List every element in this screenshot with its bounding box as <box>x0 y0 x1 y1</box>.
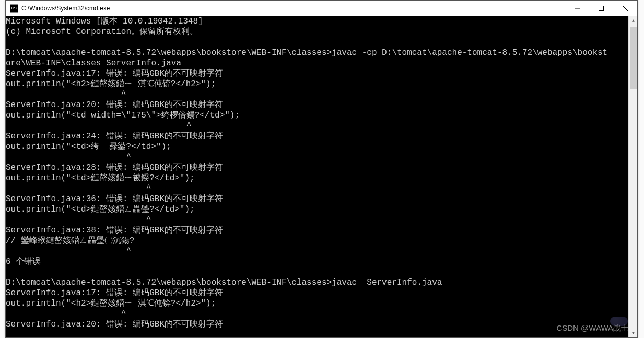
right-background-strip <box>638 0 644 338</box>
window-controls <box>565 1 637 16</box>
cmd-icon-text: C:\ <box>11 6 17 10</box>
console-wrap: Microsoft Windows [版本 10.0.19042.1348] (… <box>6 16 637 337</box>
cmd-icon: C:\ <box>10 4 18 13</box>
console-output[interactable]: Microsoft Windows [版本 10.0.19042.1348] (… <box>6 16 628 337</box>
window-title: C:\Windows\System32\cmd.exe <box>21 5 110 12</box>
scroll-down-arrow-icon[interactable]: ▼ <box>629 329 637 337</box>
vertical-scrollbar[interactable]: ▲ ▼ <box>628 16 637 337</box>
scrollbar-thumb[interactable] <box>630 27 637 89</box>
maximize-button[interactable] <box>589 1 613 16</box>
close-button[interactable] <box>613 1 637 16</box>
titlebar[interactable]: C:\ C:\Windows\System32\cmd.exe <box>6 1 637 16</box>
minimize-button[interactable] <box>565 1 589 16</box>
scroll-up-arrow-icon[interactable]: ▲ <box>629 16 637 25</box>
left-background-strip <box>0 0 5 338</box>
cmd-window: C:\ C:\Windows\System32\cmd.exe Microsof… <box>5 0 638 338</box>
svg-rect-1 <box>599 6 604 10</box>
title-left: C:\ C:\Windows\System32\cmd.exe <box>6 4 110 13</box>
